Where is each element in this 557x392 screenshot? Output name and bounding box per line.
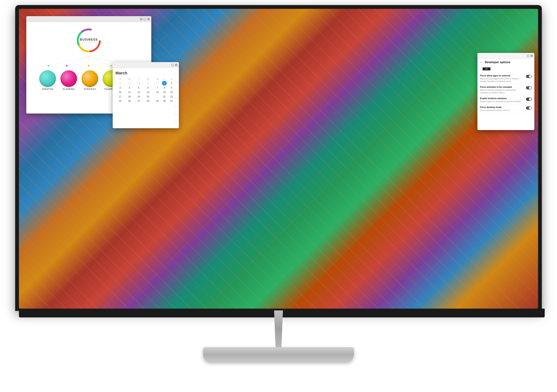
- strategy-bubble: [82, 70, 98, 87]
- svg-line-8: [89, 56, 111, 66]
- monitor-stand-base: [203, 347, 354, 362]
- devopt-item-4-text: Force desktop mode Force experimental de…: [480, 106, 524, 112]
- devopt-item-2-text: Force activities to be resizable Make al…: [480, 86, 524, 94]
- devopt-item-2-title: Force activities to be resizable: [480, 86, 524, 88]
- calendar-week-3: 10 11 12 13 14 15 16: [115, 90, 176, 94]
- cal-day[interactable]: 22: [162, 94, 167, 99]
- strategy-label: STRATEGY: [84, 88, 96, 90]
- devopt-item-1-title: Force allow apps on external: [480, 74, 524, 77]
- cal-close-button[interactable]: ✕: [175, 64, 177, 66]
- cal-day[interactable]: 29: [134, 81, 143, 86]
- calendar-titlebar: ⬜ ✕: [113, 62, 179, 68]
- devopt-toggle-3[interactable]: [526, 97, 532, 101]
- devopt-item-3-title: Enable freeform windows: [480, 97, 524, 100]
- devopt-item-2: Force activities to be resizable Make al…: [477, 84, 534, 96]
- cal-day[interactable]: 26: [125, 99, 134, 103]
- devopt-item-1-desc: Makes any app eligible to be written to …: [480, 78, 524, 83]
- day-header-w: W: [143, 78, 153, 81]
- calendar-header-row: S M T W TH F S: [115, 78, 176, 81]
- cal-day[interactable]: 6: [143, 86, 153, 90]
- calendar-month: March: [115, 71, 176, 75]
- svg-point-10: [48, 65, 49, 66]
- creative-label: CREATIVE: [42, 88, 54, 90]
- devopt-title: Developer options: [485, 61, 510, 64]
- cal-day[interactable]: 28: [143, 99, 153, 103]
- cal-day[interactable]: 20: [143, 94, 153, 99]
- cal-day[interactable]: 11: [125, 90, 134, 94]
- cal-day[interactable]: 19: [134, 94, 143, 99]
- circle-strategy: STRATEGY: [82, 70, 98, 90]
- cal-day[interactable]: 30: [143, 81, 153, 86]
- cal-day[interactable]: [153, 94, 162, 99]
- devopt-item-4: Force desktop mode Force experimental de…: [477, 104, 534, 113]
- day-header-th: TH: [153, 78, 162, 81]
- business-titlebar: — ⬜ ✕: [26, 16, 151, 22]
- cal-day[interactable]: 12: [134, 90, 143, 94]
- planning-bubble: [60, 70, 77, 87]
- cal-day[interactable]: 27: [134, 99, 143, 103]
- devopt-item-4-title: Force desktop mode: [480, 106, 524, 109]
- svg-line-5: [48, 56, 89, 66]
- cal-day[interactable]: 14: [153, 90, 162, 94]
- day-header-s1: S: [115, 78, 125, 81]
- maximize-button[interactable]: ⬜: [144, 18, 146, 20]
- cal-day[interactable]: 25: [115, 99, 125, 103]
- cal-day[interactable]: 29: [153, 99, 162, 103]
- svg-point-13: [110, 65, 112, 66]
- devopt-item-1: Force allow apps on external Makes any a…: [477, 73, 534, 84]
- close-button[interactable]: ✕: [147, 18, 150, 20]
- devopt-toggle-2[interactable]: [526, 86, 532, 89]
- devopt-on-section: On: [477, 66, 534, 73]
- day-header-m: M: [125, 78, 134, 81]
- calendar-body: March S M T W TH F S: [113, 68, 179, 106]
- devopt-close-button[interactable]: ✕: [530, 55, 533, 57]
- cal-maximize-button[interactable]: ⬜: [171, 64, 174, 66]
- cal-day[interactable]: 5: [134, 86, 143, 90]
- business-title-small: INFOGRAPHIC: [80, 41, 98, 43]
- cal-day[interactable]: 3: [115, 86, 125, 90]
- cal-day[interactable]: 15: [162, 90, 167, 94]
- devopt-toggle-4[interactable]: [526, 106, 532, 110]
- monitor-frame: — ⬜ ✕: [16, 6, 541, 311]
- circle-planning: PLANNING: [60, 70, 77, 90]
- devopt-item-3-desc: Enable support for experimental freeform…: [480, 100, 524, 103]
- devopt-toggle-1[interactable]: [526, 75, 532, 78]
- calendar-week-5: 25 26 27 28 29 30 31: [115, 99, 176, 103]
- devopt-item-2-desc: Make all activities resizable for multi-…: [480, 89, 524, 94]
- devopt-item-4-desc: Force experimental destop mode on: [480, 109, 524, 112]
- devopt-maximize-button[interactable]: ⬜: [527, 55, 529, 57]
- business-title-big: BUSINESS: [80, 38, 98, 41]
- cal-day-today[interactable]: 1: [162, 81, 167, 86]
- devopt-item-1-text: Force allow apps on external Makes any a…: [480, 74, 524, 83]
- svg-line-6: [67, 56, 89, 66]
- calendar-window: ⬜ ✕ March S M T W TH F: [113, 62, 179, 128]
- developer-options-window: ⬜ ✕ ← Developer options On Force allow a…: [477, 53, 534, 130]
- calendar-grid: S M T W TH F S 27: [115, 78, 176, 103]
- devopt-back-arrow[interactable]: ←: [480, 61, 483, 64]
- cal-day[interactable]: 27: [115, 81, 125, 86]
- cal-day[interactable]: 30: [162, 99, 167, 103]
- cal-day[interactable]: 31: [153, 81, 162, 86]
- svg-point-12: [88, 65, 90, 66]
- day-header-t1: T: [134, 78, 143, 81]
- minimize-button[interactable]: —: [140, 18, 142, 20]
- devopt-titlebar: ⬜ ✕: [477, 53, 534, 59]
- calendar-week-4: 17 18 19 20 22 23: [115, 94, 176, 99]
- cal-day[interactable]: 7: [153, 86, 162, 90]
- cal-day[interactable]: 8: [162, 86, 167, 90]
- creative-bubble: [39, 70, 56, 87]
- circle-creative: CREATIVE: [39, 70, 56, 90]
- calendar-dots-decoration: [173, 68, 179, 128]
- devopt-item-3-text: Enable freeform windows Enable support f…: [480, 97, 524, 103]
- cal-day[interactable]: 28: [125, 81, 134, 86]
- calendar-week-2: 3 4 5 6 7 8 9: [115, 86, 176, 90]
- cal-day[interactable]: 18: [125, 94, 134, 99]
- cal-day[interactable]: 17: [115, 94, 125, 99]
- devopt-header: ← Developer options: [477, 59, 534, 66]
- monitor-screen: — ⬜ ✕: [19, 9, 538, 309]
- cal-day[interactable]: 10: [115, 90, 125, 94]
- devopt-item-3: Enable freeform windows Enable support f…: [477, 96, 534, 104]
- cal-day[interactable]: 13: [143, 90, 153, 94]
- calendar-week-1: 27 28 29 30 31 1 2: [115, 81, 176, 86]
- cal-day[interactable]: 4: [125, 86, 134, 90]
